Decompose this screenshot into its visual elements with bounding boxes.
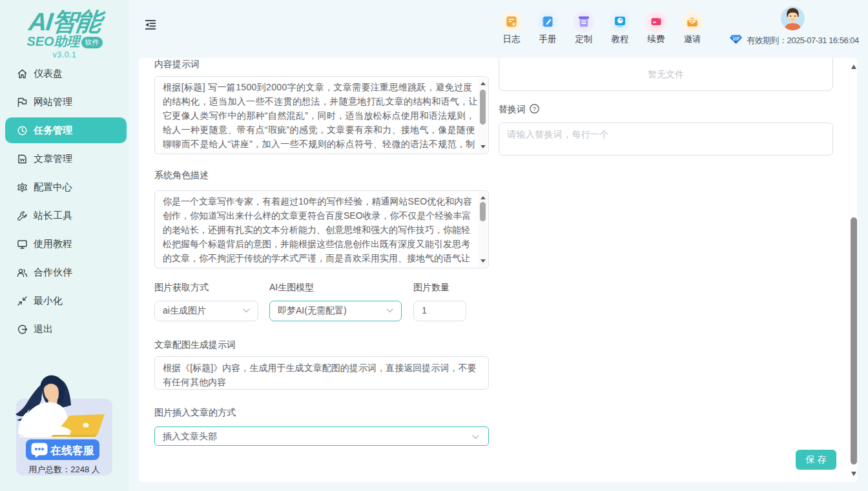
svg-text:?: ? [533,105,536,112]
svg-text:VIP: VIP [732,37,739,41]
